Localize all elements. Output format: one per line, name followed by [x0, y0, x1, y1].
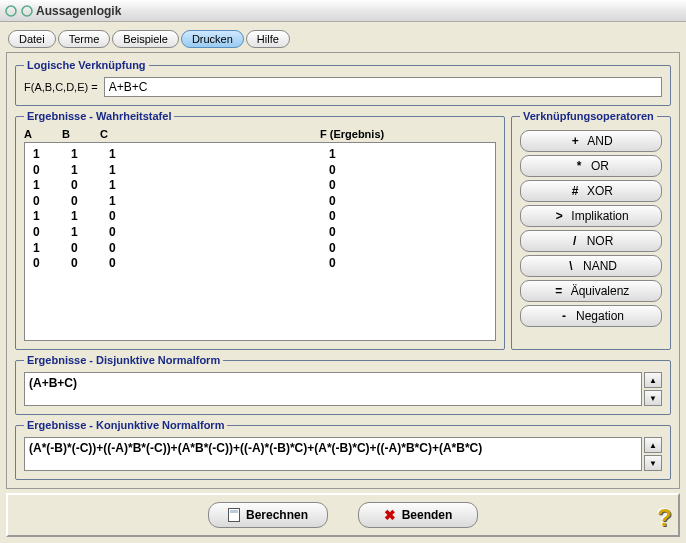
truth-cell: 1 [71, 147, 109, 163]
operator-symbol: = [553, 284, 565, 298]
logic-group: Logische Verknüpfung F(A,B,C,D,E) = [15, 59, 671, 106]
knf-output[interactable]: (A*(-B)*(-C))+((-A)*B*(-C))+(A*B*(-C))+(… [24, 437, 642, 471]
window-title: Aussagenlogik [36, 4, 121, 18]
operator-button-xor[interactable]: #XOR [520, 180, 662, 202]
operator-label: Negation [576, 309, 624, 323]
operator-label: NAND [583, 259, 617, 273]
table-row: 1100 [33, 209, 487, 225]
tab-hilfe[interactable]: Hilfe [246, 30, 290, 48]
truth-cell: 0 [329, 209, 449, 225]
tab-terme[interactable]: Terme [58, 30, 111, 48]
knf-group: Ergebnisse - Konjunktive Normalform (A*(… [15, 419, 671, 480]
truth-cell: 1 [109, 163, 329, 179]
compute-label: Berechnen [246, 508, 308, 522]
truth-table[interactable]: 11110110101000101100010010000000 [24, 142, 496, 341]
operator-button-nand[interactable]: \NAND [520, 255, 662, 277]
operator-button-nor[interactable]: /NOR [520, 230, 662, 252]
compute-button[interactable]: Berechnen [208, 502, 328, 528]
truth-cell: 0 [329, 256, 449, 272]
col-header-f: F (Ergebnis) [320, 128, 440, 140]
formula-input[interactable] [104, 77, 662, 97]
operator-label: NOR [587, 234, 614, 248]
truth-cell: 1 [109, 147, 329, 163]
exit-label: Beenden [402, 508, 453, 522]
knf-scroll-down-icon[interactable]: ▼ [644, 455, 662, 471]
operator-symbol: * [573, 159, 585, 173]
truth-cell: 0 [33, 225, 71, 241]
truth-cell: 0 [33, 256, 71, 272]
table-row: 0110 [33, 163, 487, 179]
truth-cell: 1 [329, 147, 449, 163]
table-row: 1010 [33, 178, 487, 194]
truth-cell: 1 [109, 178, 329, 194]
tab-beispiele[interactable]: Beispiele [112, 30, 179, 48]
help-icon[interactable]: ? [657, 504, 672, 532]
operator-button-negation[interactable]: -Negation [520, 305, 662, 327]
main-panel: Logische Verknüpfung F(A,B,C,D,E) = Erge… [6, 52, 680, 489]
truth-cell: 0 [33, 163, 71, 179]
operator-button-and[interactable]: +AND [520, 130, 662, 152]
exit-button[interactable]: ✖ Beenden [358, 502, 478, 528]
knf-legend: Ergebnisse - Konjunktive Normalform [24, 419, 227, 431]
table-row: 1000 [33, 241, 487, 257]
logic-legend: Logische Verknüpfung [24, 59, 149, 71]
dnf-scroll-up-icon[interactable]: ▲ [644, 372, 662, 388]
app-frame: Datei Terme Beispiele Drucken Hilfe Logi… [0, 22, 686, 543]
formula-label: F(A,B,C,D,E) = [24, 81, 98, 93]
truth-legend: Ergebnisse - Wahrheitstafel [24, 110, 174, 122]
bottom-bar: Berechnen ✖ Beenden ? [6, 493, 680, 537]
dnf-legend: Ergebnisse - Disjunktive Normalform [24, 354, 223, 366]
close-icon: ✖ [384, 507, 396, 523]
truth-cell: 0 [33, 194, 71, 210]
operator-symbol: - [558, 309, 570, 323]
truth-cell: 1 [109, 194, 329, 210]
operator-symbol: / [569, 234, 581, 248]
operator-symbol: # [569, 184, 581, 198]
svg-point-0 [6, 6, 16, 16]
operator-label: XOR [587, 184, 613, 198]
truth-cell: 1 [71, 163, 109, 179]
operator-label: Implikation [571, 209, 628, 223]
table-row: 0000 [33, 256, 487, 272]
operator-label: AND [587, 134, 612, 148]
operator-button-or[interactable]: *OR [520, 155, 662, 177]
dnf-output[interactable]: (A+B+C) [24, 372, 642, 406]
tab-drucken[interactable]: Drucken [181, 30, 244, 48]
truth-header: A B C F (Ergebnis) [24, 128, 496, 142]
title-bar: Aussagenlogik [0, 0, 686, 22]
table-row: 1111 [33, 147, 487, 163]
truth-cell: 0 [71, 241, 109, 257]
col-header-c: C [100, 128, 320, 140]
truth-cell: 0 [71, 194, 109, 210]
operator-button-äquivalenz[interactable]: =Äquivalenz [520, 280, 662, 302]
truth-cell: 1 [33, 178, 71, 194]
truth-cell: 0 [109, 225, 329, 241]
operator-symbol: \ [565, 259, 577, 273]
dnf-scroll-down-icon[interactable]: ▼ [644, 390, 662, 406]
operator-button-implikation[interactable]: >Implikation [520, 205, 662, 227]
truth-cell: 0 [329, 225, 449, 241]
truth-cell: 1 [33, 147, 71, 163]
truth-cell: 1 [71, 209, 109, 225]
minimize-icon[interactable] [4, 4, 18, 18]
truth-cell: 0 [329, 178, 449, 194]
maximize-icon[interactable] [20, 4, 34, 18]
operator-symbol: > [553, 209, 565, 223]
tab-bar: Datei Terme Beispiele Drucken Hilfe [6, 26, 680, 48]
truth-cell: 0 [109, 209, 329, 225]
truth-cell: 1 [33, 209, 71, 225]
truth-cell: 0 [109, 241, 329, 257]
operator-label: OR [591, 159, 609, 173]
svg-point-1 [22, 6, 32, 16]
truth-cell: 1 [33, 241, 71, 257]
knf-scroll-up-icon[interactable]: ▲ [644, 437, 662, 453]
operator-symbol: + [569, 134, 581, 148]
dnf-group: Ergebnisse - Disjunktive Normalform (A+B… [15, 354, 671, 415]
tab-datei[interactable]: Datei [8, 30, 56, 48]
truth-cell: 0 [329, 194, 449, 210]
col-header-b: B [62, 128, 100, 140]
truth-cell: 0 [329, 163, 449, 179]
operators-list: +AND*OR#XOR>Implikation/NOR\NAND=Äquival… [520, 128, 662, 327]
table-row: 0010 [33, 194, 487, 210]
truth-cell: 0 [71, 256, 109, 272]
